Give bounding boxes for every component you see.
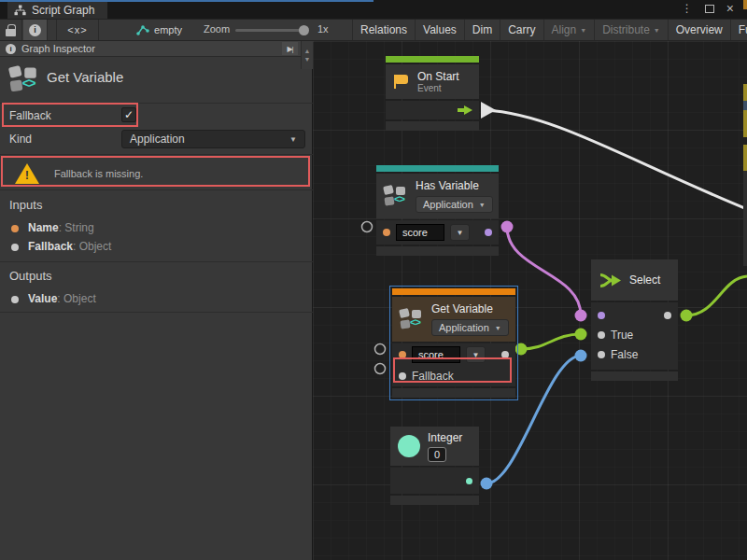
align-button[interactable]: Align▼	[543, 20, 595, 40]
name-input-port[interactable]	[399, 351, 406, 358]
selection-output-port[interactable]	[664, 312, 671, 319]
graph-canvas[interactable]: On Start Event <> Has Variable	[313, 41, 747, 560]
graph-toolbar: i <x> empty Zoom 1x Relations Values Dim…	[0, 19, 747, 41]
values-button[interactable]: Values	[415, 20, 464, 40]
info-icon: i	[6, 44, 16, 54]
graph-inspector-panel: i Graph Inspector ▶| ▲ ▼ <> Get Variable…	[0, 41, 313, 560]
fallback-input-port[interactable]	[399, 372, 406, 380]
inspector-header: i Graph Inspector ▶| ▲ ▼	[0, 41, 313, 57]
node-title: Select	[629, 273, 660, 287]
port-select-true[interactable]	[575, 329, 587, 341]
offscreen-node-edge	[743, 145, 747, 171]
distribute-button[interactable]: Distribute▼	[594, 20, 668, 40]
kind-dropdown[interactable]: Application ▼	[431, 319, 509, 336]
kind-label: Kind	[9, 133, 32, 146]
node-color-bar	[386, 56, 479, 63]
port-dot-icon	[11, 244, 19, 251]
carry-button[interactable]: Carry	[500, 20, 543, 40]
graph-breadcrumb[interactable]: empty	[125, 20, 192, 40]
node-color-bar	[376, 165, 499, 172]
variable-name-field[interactable]: score	[396, 224, 444, 241]
wire-bool[interactable]	[507, 227, 581, 315]
window-maximize-icon[interactable]	[705, 5, 714, 13]
dock-icon[interactable]: ▶|	[282, 42, 298, 55]
wire-object-true[interactable]	[521, 334, 581, 349]
full-screen-button[interactable]: Full Screen	[730, 20, 747, 40]
variable-name-field[interactable]: score	[412, 346, 460, 363]
port-unconnected-ring[interactable]	[375, 364, 386, 374]
integer-value-field[interactable]: 0	[428, 447, 446, 462]
script-graph-window: Script Graph ⋮ × i <x> empty Zoom	[0, 0, 747, 560]
window-close-icon[interactable]: ×	[726, 2, 734, 15]
node-subtitle: Event	[417, 83, 459, 93]
variable-picker-button[interactable]: ▼	[450, 224, 470, 241]
tab-script-graph[interactable]: Script Graph	[7, 2, 107, 19]
false-port-label: False	[611, 348, 638, 361]
zoom-value: 1x	[317, 23, 329, 35]
dim-button[interactable]: Dim	[464, 20, 500, 40]
selected-node-title: Get Variable	[47, 69, 123, 85]
node-on-start[interactable]: On Start Event	[386, 56, 479, 131]
window-menu-icon[interactable]: ⋮	[682, 3, 693, 14]
code-icon: <x>	[67, 24, 87, 35]
variable-picker-button[interactable]: ▼	[466, 346, 486, 363]
inspector-title: Graph Inspector	[21, 43, 95, 54]
code-view-button[interactable]: <x>	[56, 20, 99, 40]
port-dot-icon	[11, 296, 19, 303]
port-unconnected-ring[interactable]	[375, 344, 386, 355]
variables-icon: <>	[400, 308, 424, 330]
info-icon: i	[29, 24, 41, 36]
flag-icon	[393, 73, 410, 91]
node-footer	[591, 371, 678, 381]
wire-start-arrow[interactable]	[481, 102, 496, 119]
relations-button[interactable]: Relations	[352, 20, 415, 40]
node-title: Has Variable	[416, 179, 493, 192]
graph-pointer-icon	[135, 24, 149, 36]
wire-control-flow[interactable]	[486, 110, 747, 209]
node-title: On Start	[417, 70, 459, 83]
port-get-variable-output[interactable]	[515, 343, 528, 356]
condition-input-port[interactable]	[598, 312, 605, 319]
port-select-output[interactable]	[681, 310, 693, 322]
lock-button[interactable]	[0, 20, 22, 40]
wire-select-output[interactable]	[686, 276, 747, 315]
node-has-variable[interactable]: <> Has Variable Application ▼ score ▼	[376, 165, 499, 256]
node-color-bar	[392, 288, 515, 295]
scroll-up-icon[interactable]: ▲	[304, 47, 311, 55]
overview-button[interactable]: Overview	[668, 20, 730, 40]
select-merge-icon	[599, 271, 622, 290]
port-unconnected-ring[interactable]	[362, 222, 373, 232]
zoom-slider-track[interactable]	[235, 29, 308, 32]
kind-dropdown[interactable]: Application ▼	[121, 130, 305, 148]
true-input-port[interactable]	[598, 331, 605, 339]
chevron-down-icon: ▼	[654, 27, 660, 34]
port-select-false[interactable]	[575, 350, 587, 362]
inspector-scrollbar[interactable]: ▲ ▼	[301, 41, 313, 69]
flow-output-port[interactable]	[458, 105, 472, 115]
port-select-condition[interactable]	[575, 310, 587, 322]
kind-dropdown[interactable]: Application ▼	[416, 196, 493, 213]
value-output-port[interactable]	[501, 351, 509, 358]
graph-hierarchy-icon	[14, 5, 26, 16]
wires-layer	[313, 41, 747, 560]
inspector-toggle-button[interactable]: i	[23, 20, 48, 40]
corner-notch	[743, 0, 747, 9]
port-integer-output[interactable]	[481, 478, 493, 490]
name-input-port[interactable]	[383, 229, 390, 236]
node-integer[interactable]: Integer 0	[390, 427, 479, 505]
offscreen-node-edge	[743, 84, 747, 101]
offscreen-node-edge	[743, 171, 747, 266]
node-get-variable[interactable]: <> Get Variable Application ▼ score ▼	[392, 288, 515, 398]
input-row-fallback: Fallback: Object	[0, 239, 313, 258]
port-has-variable-output[interactable]	[501, 221, 514, 233]
inputs-heading: Inputs	[9, 198, 42, 212]
zoom-slider-handle[interactable]	[299, 25, 309, 35]
scroll-down-icon[interactable]: ▼	[304, 55, 311, 63]
bool-output-port[interactable]	[485, 229, 492, 236]
number-output-port[interactable]	[466, 478, 472, 484]
node-select[interactable]: Select True False	[591, 259, 678, 381]
chevron-down-icon: ▼	[580, 27, 586, 34]
fallback-checkbox[interactable]: ✓	[121, 107, 136, 122]
offscreen-node-edge	[743, 101, 747, 110]
false-input-port[interactable]	[598, 351, 605, 358]
